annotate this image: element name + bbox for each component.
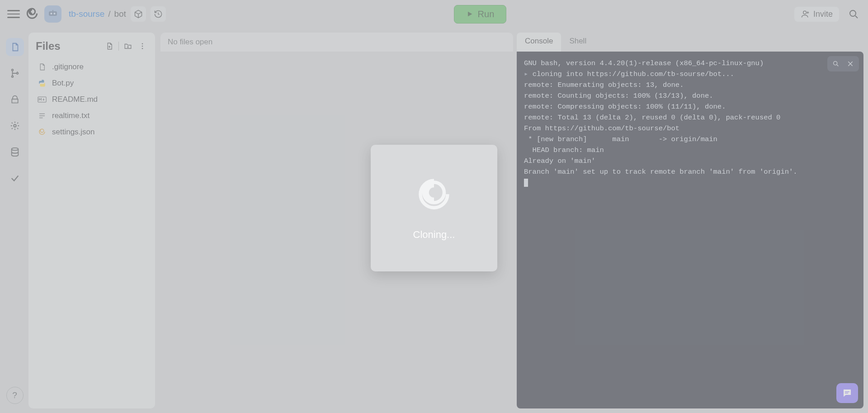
cloning-modal: Cloning... xyxy=(371,145,497,271)
spinner-logo-icon xyxy=(414,176,454,216)
modal-text: Cloning... xyxy=(413,229,455,241)
